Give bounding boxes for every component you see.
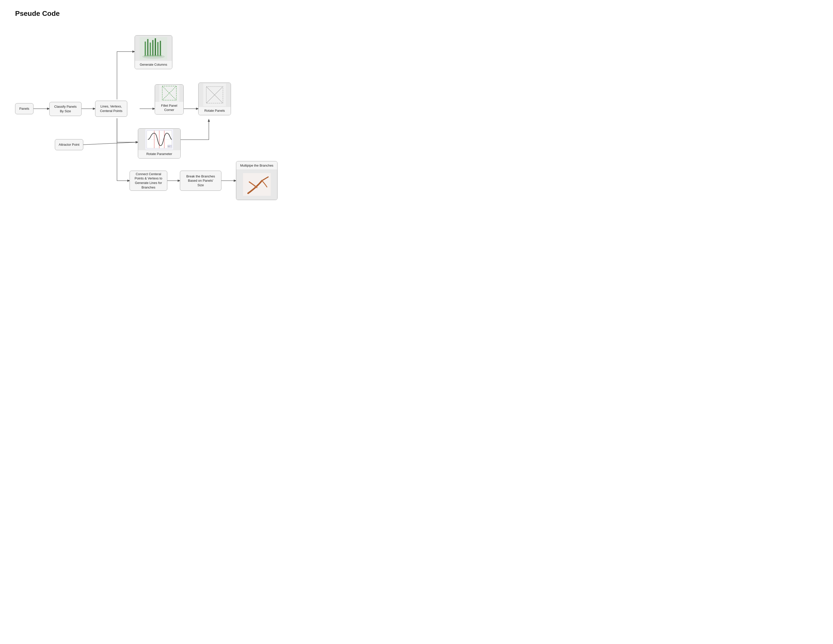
node-lines-vertexs: Lines, Vertexs, Centeral Points <box>95 101 127 117</box>
node-classify-panels: Classify Panels By Size <box>49 102 82 116</box>
svg-rect-18 <box>149 55 151 56</box>
node-connect-central: Connect Centeral Points & Vertexs to Gen… <box>130 171 167 191</box>
svg-rect-17 <box>147 55 149 56</box>
svg-rect-20 <box>154 55 156 56</box>
node-attractor-point: Attractor Point <box>55 139 83 150</box>
svg-rect-9 <box>145 42 146 56</box>
node-rotate-parameter: 1.1 Rotate Parameter <box>138 128 181 159</box>
svg-rect-39 <box>243 173 271 196</box>
svg-rect-19 <box>152 55 154 56</box>
svg-text:1.1: 1.1 <box>168 146 170 147</box>
svg-rect-12 <box>152 40 153 56</box>
svg-rect-21 <box>157 55 159 56</box>
svg-rect-13 <box>155 38 156 56</box>
svg-rect-10 <box>147 39 148 56</box>
svg-rect-15 <box>160 41 161 56</box>
page-title: Pseude Code <box>15 10 60 18</box>
node-fillet-panel: Fillet Panel Corner <box>155 84 184 114</box>
node-panels: Panels <box>15 103 34 114</box>
svg-rect-11 <box>150 42 151 56</box>
svg-rect-14 <box>157 42 159 56</box>
svg-line-4 <box>83 142 138 145</box>
node-multipipe: Multipipe the Branches <box>236 161 278 200</box>
svg-rect-16 <box>144 55 146 56</box>
node-generate-columns: Generate Columns <box>135 35 172 69</box>
svg-rect-22 <box>159 55 161 56</box>
node-rotate-panels: Rotate Panels <box>198 82 231 115</box>
node-break-branches: Break the Branches Based on Panels' Size <box>180 171 221 191</box>
